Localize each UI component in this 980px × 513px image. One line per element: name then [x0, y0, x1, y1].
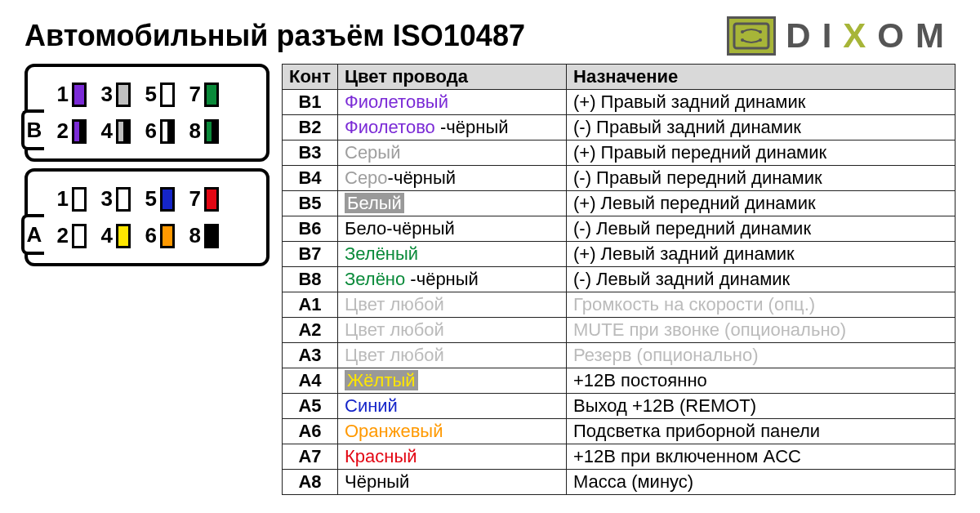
- pin-color-chip: [204, 187, 219, 212]
- pin: 7: [188, 82, 219, 107]
- table-header-row: Конт Цвет провода Назначение: [283, 65, 956, 90]
- pin: 6: [144, 118, 175, 144]
- pin: 4: [100, 118, 131, 144]
- connector-a-row2: 2468: [34, 223, 255, 248]
- cell-pin: A5: [283, 394, 338, 419]
- pin: 6: [144, 223, 175, 248]
- cell-desc: Громкость на скорости (опц.): [567, 292, 956, 318]
- cell-color: Цвет любой: [338, 343, 567, 368]
- pin-color-chip: [116, 119, 131, 144]
- cell-color: Оранжевый: [338, 419, 567, 444]
- pin-number: 6: [144, 223, 157, 248]
- cell-pin: B3: [283, 141, 338, 166]
- cell-pin: A2: [283, 318, 338, 343]
- connector-b: B 1357 2468: [24, 64, 270, 162]
- pin: 7: [188, 186, 219, 212]
- pin: 5: [144, 82, 175, 107]
- table-row: A5СинийВыход +12В (REMOT): [283, 394, 956, 419]
- cell-pin: B8: [283, 267, 338, 292]
- cell-pin: A7: [283, 444, 338, 470]
- pin-color-chip: [160, 187, 175, 212]
- pin-number: 8: [188, 118, 201, 144]
- table-row: A7Красный+12В при включенном ACC: [283, 444, 956, 470]
- pin: 1: [56, 82, 87, 107]
- pin: 2: [56, 223, 87, 248]
- brand-logo: DIXOM: [727, 16, 956, 56]
- pin: 5: [144, 186, 175, 212]
- cell-color: Белый: [338, 191, 567, 216]
- cell-color: Цвет любой: [338, 292, 567, 318]
- pin-color-chip: [72, 187, 87, 212]
- pin-number: 7: [188, 186, 201, 212]
- cell-desc: MUTE при звонке (опционально): [567, 318, 956, 343]
- pin-color-chip: [116, 83, 131, 107]
- pin-color-chip: [72, 83, 87, 107]
- cell-pin: A1: [283, 292, 338, 318]
- page-title: Автомобильный разъём ISO10487: [24, 19, 525, 53]
- pin-color-chip: [72, 224, 87, 248]
- cell-color: Синий: [338, 394, 567, 419]
- cell-color: Жёлтый: [338, 368, 567, 394]
- connector-b-row1: 1357: [34, 82, 255, 107]
- header-pin: Конт: [283, 65, 338, 90]
- table-row: B5Белый(+) Левый передний динамик: [283, 191, 956, 216]
- table-row: A4Жёлтый+12В постоянно: [283, 368, 956, 394]
- header-color: Цвет провода: [338, 65, 567, 90]
- cell-desc: (+) Правый передний динамик: [567, 141, 956, 166]
- connector-a-row1: 1357: [34, 186, 255, 212]
- pin-color-chip: [204, 119, 219, 144]
- cell-desc: (+) Левый задний динамик: [567, 242, 956, 267]
- table-row: B7Зелёный(+) Левый задний динамик: [283, 242, 956, 267]
- cell-pin: A3: [283, 343, 338, 368]
- cell-desc: (-) Левый задний динамик: [567, 267, 956, 292]
- cell-color: Бело-чёрный: [338, 216, 567, 242]
- cell-pin: A6: [283, 419, 338, 444]
- table-row: B4Серо-чёрный(-) Правый передний динамик: [283, 166, 956, 191]
- pin-number: 4: [100, 118, 113, 144]
- cell-desc: +12В постоянно: [567, 368, 956, 394]
- chip-icon: [727, 16, 776, 56]
- cell-pin: B7: [283, 242, 338, 267]
- pin-number: 8: [188, 223, 201, 248]
- pin-number: 7: [188, 82, 201, 107]
- pin-color-chip: [72, 119, 87, 144]
- pin-color-chip: [160, 224, 175, 248]
- cell-desc: Масса (минус): [567, 470, 956, 495]
- table-row: B8Зелёно -чёрный(-) Левый задний динамик: [283, 267, 956, 292]
- cell-pin: A8: [283, 470, 338, 495]
- cell-desc: (-) Правый передний динамик: [567, 166, 956, 191]
- pin: 4: [100, 223, 131, 248]
- pin-color-chip: [204, 224, 219, 248]
- pin: 1: [56, 186, 87, 212]
- cell-pin: A4: [283, 368, 338, 394]
- pin-number: 3: [100, 186, 113, 212]
- pin: 3: [100, 186, 131, 212]
- pin-number: 4: [100, 223, 113, 248]
- pinout-table: Конт Цвет провода Назначение B1Фиолетовы…: [282, 64, 956, 495]
- cell-color: Красный: [338, 444, 567, 470]
- pin: 3: [100, 82, 131, 107]
- cell-desc: Подсветка приборной панели: [567, 419, 956, 444]
- svg-rect-0: [734, 24, 768, 48]
- table-row: A6ОранжевыйПодсветка приборной панели: [283, 419, 956, 444]
- cell-desc: Выход +12В (REMOT): [567, 394, 956, 419]
- pin-number: 3: [100, 82, 113, 107]
- connector-a-label: A: [21, 214, 44, 255]
- pin-color-chip: [204, 83, 219, 107]
- table-row: A1Цвет любойГромкость на скорости (опц.): [283, 292, 956, 318]
- cell-color: Цвет любой: [338, 318, 567, 343]
- table-row: A3Цвет любойРезерв (опционально): [283, 343, 956, 368]
- connector-a: A 1357 2468: [24, 168, 270, 266]
- cell-desc: Резерв (опционально): [567, 343, 956, 368]
- table-row: B2Фиолетово -чёрный(-) Правый задний дин…: [283, 115, 956, 141]
- cell-desc: (+) Левый передний динамик: [567, 191, 956, 216]
- pin-number: 2: [56, 223, 69, 248]
- pin-number: 5: [144, 82, 157, 107]
- connector-b-label: B: [21, 109, 44, 150]
- pin-number: 1: [56, 82, 69, 107]
- pin: 2: [56, 118, 87, 144]
- pin-color-chip: [160, 119, 175, 144]
- table-row: B6Бело-чёрный(-) Левый передний динамик: [283, 216, 956, 242]
- cell-pin: B4: [283, 166, 338, 191]
- pin-number: 2: [56, 118, 69, 144]
